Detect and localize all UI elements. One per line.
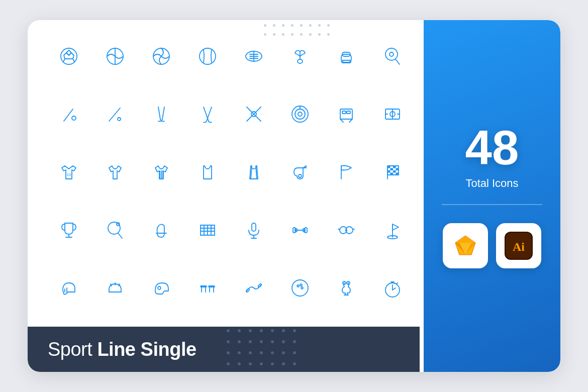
svg-rect-18 <box>342 60 351 63</box>
striped-jersey-icon <box>145 156 177 188</box>
rugby-ball-icon <box>238 40 270 72</box>
svg-line-3 <box>63 59 65 62</box>
svg-marker-1 <box>66 50 71 55</box>
kayak-icon <box>238 272 270 304</box>
sidebar-divider <box>442 204 542 205</box>
cycling-helmet-icon <box>99 272 131 304</box>
sketch-logo <box>451 232 479 260</box>
svg-point-34 <box>295 109 305 119</box>
svg-rect-39 <box>347 111 350 114</box>
svg-rect-61 <box>387 170 390 173</box>
banner-title: Sport Line Single <box>48 339 197 360</box>
tshirt-icon <box>99 156 131 188</box>
sidebar: 48 Total Icons <box>424 20 560 372</box>
numbered-jersey-icon: 10 <box>53 156 85 188</box>
svg-point-21 <box>389 52 394 56</box>
tank-top-icon <box>191 156 224 188</box>
table-tennis-icon <box>376 40 409 72</box>
svg-point-23 <box>72 116 76 120</box>
svg-marker-2 <box>64 53 74 59</box>
illustrator-app-button[interactable]: Ai <box>496 223 541 268</box>
target-icon <box>284 98 316 130</box>
flag-icon <box>330 156 362 188</box>
svg-line-24 <box>109 108 120 121</box>
icons-area: 10 <box>28 20 424 372</box>
cricket-bat-icon <box>53 98 85 130</box>
football-helmet-icon <box>53 272 85 304</box>
decorative-dots-top <box>264 24 333 39</box>
fencing-icon <box>238 98 270 130</box>
sketch-app-button[interactable] <box>443 223 488 268</box>
svg-point-67 <box>108 222 120 234</box>
decorative-dots-banner <box>227 329 300 369</box>
svg-line-22 <box>64 109 73 121</box>
svg-rect-64 <box>396 173 399 175</box>
icon-row-3: 10 <box>53 156 409 188</box>
swim-goggles-icon <box>330 214 362 246</box>
vest-icon <box>238 156 270 188</box>
trophy-icon <box>53 214 85 246</box>
svg-point-99 <box>158 286 161 289</box>
svg-rect-58 <box>393 166 396 168</box>
svg-rect-62 <box>393 170 396 173</box>
svg-point-110 <box>300 284 302 286</box>
hockey-sticks-icon <box>145 98 177 130</box>
svg-point-8 <box>200 48 216 64</box>
svg-point-19 <box>385 48 398 60</box>
svg-text:Ai: Ai <box>513 240 525 253</box>
shuttlecock-icon <box>284 40 316 72</box>
svg-line-26 <box>158 107 160 119</box>
svg-line-20 <box>396 59 400 64</box>
main-card: 10 <box>28 20 560 372</box>
app-icons-row: Ai <box>443 223 541 268</box>
scoreboard-icon <box>330 98 362 130</box>
icon-row-1 <box>53 40 409 72</box>
banner-title-bold: Line Single <box>97 339 196 360</box>
ai-logo: Ai <box>505 232 533 260</box>
svg-point-53 <box>299 174 302 177</box>
svg-rect-63 <box>390 173 394 175</box>
soccer-ball-icon <box>53 40 85 72</box>
svg-rect-59 <box>390 168 394 171</box>
bottom-banner: Sport Line Single <box>28 327 420 372</box>
svg-point-109 <box>297 285 299 287</box>
icon-row-2 <box>53 98 409 130</box>
hurdles-icon <box>191 272 224 304</box>
volleyball-icon <box>145 40 177 72</box>
svg-point-111 <box>301 287 303 289</box>
svg-rect-37 <box>340 109 352 119</box>
golf-flag-icon <box>376 214 409 246</box>
total-label: Total Icons <box>465 177 518 190</box>
svg-rect-38 <box>342 111 346 114</box>
svg-rect-57 <box>387 166 390 168</box>
svg-line-4 <box>73 59 74 62</box>
svg-point-25 <box>118 118 121 121</box>
svg-rect-60 <box>396 168 399 171</box>
bowling-pins-icon <box>330 272 362 304</box>
basketball-icon <box>99 40 131 72</box>
total-count: 48 <box>465 124 519 172</box>
baseball-bat-icon <box>99 98 131 130</box>
svg-point-14 <box>298 59 303 63</box>
svg-line-27 <box>162 107 164 119</box>
batting-helmet-icon <box>145 272 177 304</box>
svg-point-108 <box>292 280 308 296</box>
bowling-ball-icon <box>284 272 316 304</box>
svg-line-120 <box>397 283 398 284</box>
icon-row-5 <box>53 272 409 304</box>
baseball-icon <box>191 40 224 72</box>
microphone-icon <box>238 214 270 246</box>
svg-line-29 <box>207 107 212 121</box>
svg-text:10: 10 <box>67 172 71 177</box>
boxing-glove-icon <box>330 40 362 72</box>
banner-title-regular: Sport <box>48 339 97 360</box>
stopwatch-icon <box>376 272 409 304</box>
svg-point-107 <box>258 283 262 287</box>
icon-row-4 <box>53 214 409 246</box>
checkered-flag-icon <box>376 156 409 188</box>
svg-line-28 <box>204 107 209 121</box>
whistle-icon <box>284 156 316 188</box>
boxing-glove-2-icon <box>145 214 177 246</box>
golf-clubs-icon <box>191 98 224 130</box>
goal-net-icon <box>191 214 224 246</box>
